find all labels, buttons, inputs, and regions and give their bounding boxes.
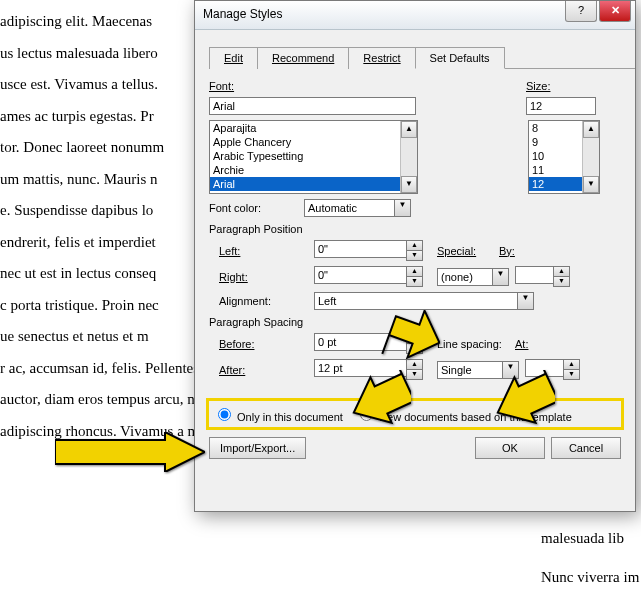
left-label: Left: [219,245,314,257]
scroll-down-icon[interactable]: ▼ [583,176,599,193]
size-label: Size: [526,80,550,92]
right-input[interactable]: ▲▼ [314,266,423,287]
scroll-up-icon[interactable]: ▲ [401,121,417,138]
spin-down-icon: ▼ [406,276,423,287]
titlebar[interactable]: Manage Styles ? ✕ [195,1,635,30]
dialog-title: Manage Styles [203,7,282,21]
paragraph-position-header: Paragraph Position [209,223,621,235]
spin-up-icon: ▲ [406,333,423,343]
chevron-down-icon: ▼ [517,292,534,310]
scroll-up-icon[interactable]: ▲ [583,121,599,138]
alignment-combo[interactable]: ▼ [314,292,534,310]
line-spacing-combo[interactable]: ▼ [437,361,519,379]
spin-up-icon: ▲ [563,359,580,369]
spin-up-icon: ▲ [553,266,570,276]
before-label: Before: [219,338,314,350]
before-input[interactable]: ▲▼ [314,333,423,354]
font-input[interactable] [209,97,416,115]
scroll-down-icon[interactable]: ▼ [401,176,417,193]
chevron-down-icon[interactable]: ▼ [394,199,411,217]
left-input[interactable]: ▲▼ [314,240,423,261]
special-label: Special: [437,245,499,257]
cancel-button[interactable]: Cancel [551,437,621,459]
size-input[interactable] [526,97,596,115]
size-listbox[interactable]: 8 9 10 11 12 ▲▼ [528,120,600,194]
alignment-label: Alignment: [219,295,314,307]
spin-down-icon: ▼ [553,276,570,287]
right-label: Right: [219,271,314,283]
tab-restrict[interactable]: Restrict [348,47,415,69]
scope-radio-group: Only in this document New documents base… [209,401,621,427]
paragraph-spacing-header: Paragraph Spacing [209,316,621,328]
new-documents-template-radio[interactable]: New documents based on this template [355,411,572,423]
spin-down-icon: ▼ [406,343,423,354]
font-color-label: Font color: [209,202,304,214]
line-spacing-label: Line spacing: [437,338,515,350]
font-label: Font: [209,80,234,92]
at-label: At: [515,338,560,350]
spin-up-icon: ▲ [406,266,423,276]
import-export-button[interactable]: Import/Export... [209,437,306,459]
tab-strip: Edit Recommend Restrict Set Defaults [209,46,635,69]
spin-down-icon: ▼ [563,369,580,380]
font-color-combo[interactable]: ▼ [304,199,411,217]
by-input[interactable]: ▲▼ [515,266,570,287]
spin-down-icon: ▼ [406,250,423,261]
by-label: By: [499,245,544,257]
after-input[interactable]: ▲▼ [314,359,423,380]
ok-button[interactable]: OK [475,437,545,459]
at-input[interactable]: ▲▼ [525,359,580,380]
help-button[interactable]: ? [565,1,597,22]
spin-down-icon: ▼ [406,369,423,380]
spin-up-icon: ▲ [406,359,423,369]
tab-edit[interactable]: Edit [209,47,258,69]
spin-up-icon: ▲ [406,240,423,250]
tab-set-defaults[interactable]: Set Defaults [415,47,505,69]
after-label: After: [219,364,314,376]
only-this-document-radio[interactable]: Only in this document [213,411,343,423]
chevron-down-icon: ▼ [502,361,519,379]
tab-recommend[interactable]: Recommend [257,47,349,69]
chevron-down-icon: ▼ [492,268,509,286]
font-listbox[interactable]: Aparajita Apple Chancery Arabic Typesett… [209,120,418,194]
special-combo[interactable]: ▼ [437,268,509,286]
manage-styles-dialog: Manage Styles ? ✕ Edit Recommend Restric… [194,0,636,512]
close-button[interactable]: ✕ [599,1,631,22]
